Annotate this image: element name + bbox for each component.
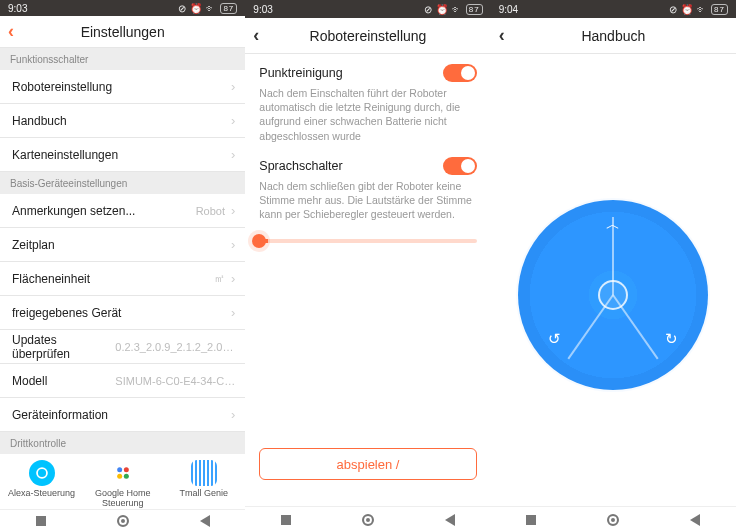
chevron-right-icon: ›	[231, 147, 235, 162]
slider-thumb-icon[interactable]	[252, 234, 266, 248]
spot-cleaning-label: Punktreinigung	[259, 66, 342, 80]
thirdparty-google-home[interactable]: Google Home Steuerung	[85, 460, 160, 508]
chevron-right-icon: ›	[231, 113, 235, 128]
alarm-icon: ⏰	[436, 4, 449, 15]
status-time: 9:03	[8, 3, 27, 14]
wifi-icon: ᯤ	[206, 3, 217, 14]
battery-icon: 87	[466, 4, 483, 15]
chevron-right-icon: ›	[231, 271, 235, 286]
battery-icon: 87	[220, 3, 237, 14]
wifi-icon: ᯤ	[697, 4, 708, 15]
thirdparty-tmall[interactable]: Tmall Genie	[166, 460, 241, 508]
thirdparty-alexa[interactable]: Alexa-Steuerung	[4, 460, 79, 508]
status-bar: 9:04 ⊘ ⏰ ᯤ 87	[491, 0, 736, 18]
back-button[interactable]: ‹	[499, 18, 505, 53]
svg-point-2	[117, 467, 122, 472]
nav-home-icon[interactable]	[607, 514, 619, 526]
nav-recents-icon[interactable]	[281, 515, 291, 525]
section-third: Drittkontrolle	[0, 432, 245, 454]
status-bar: 9:03 ⊘ ⏰ ᯤ 87	[0, 0, 245, 16]
screen-robot-settings: 9:03 ⊘ ⏰ ᯤ 87 ‹ Robotereinstellung Punkt…	[245, 0, 490, 532]
play-button[interactable]: abspielen /	[259, 448, 476, 480]
android-navbar	[491, 506, 736, 532]
joystick-rotate-left-icon[interactable]: ↺	[548, 330, 561, 348]
volume-slider[interactable]	[259, 239, 476, 243]
section-func: Funktionsschalter	[0, 48, 245, 70]
alarm-icon: ⏰	[681, 4, 694, 15]
row-shared-device[interactable]: freigegebenes Gerät ›	[0, 296, 245, 330]
google-home-icon	[110, 460, 136, 486]
status-time: 9:03	[253, 4, 272, 15]
header: ‹ Einstellungen	[0, 16, 245, 48]
voice-switch-desc: Nach dem schließen gibt der Roboter kein…	[259, 179, 476, 222]
nav-recents-icon[interactable]	[526, 515, 536, 525]
voice-switch-label: Sprachschalter	[259, 159, 342, 173]
nav-back-icon[interactable]	[690, 514, 700, 526]
chevron-right-icon: ›	[231, 407, 235, 422]
nav-home-icon[interactable]	[362, 514, 374, 526]
row-device-info[interactable]: Geräteinformation ›	[0, 398, 245, 432]
nav-back-icon[interactable]	[445, 514, 455, 526]
dnd-icon: ⊘	[669, 4, 678, 15]
status-bar: 9:03 ⊘ ⏰ ᯤ 87	[245, 0, 490, 18]
row-model[interactable]: Modell SIMUM-6-C0-E4-34-C3-B4-DB	[0, 364, 245, 398]
nav-recents-icon[interactable]	[36, 516, 46, 526]
page-title: Robotereinstellung	[310, 28, 427, 44]
row-manual[interactable]: Handbuch ›	[0, 104, 245, 138]
android-navbar	[245, 506, 490, 532]
page-title: Handbuch	[581, 28, 645, 44]
chevron-right-icon: ›	[231, 79, 235, 94]
spot-cleaning-toggle[interactable]	[443, 64, 477, 82]
back-button[interactable]: ‹	[8, 16, 14, 47]
screen-settings: 9:03 ⊘ ⏰ ᯤ 87 ‹ Einstellungen Funktionss…	[0, 0, 245, 532]
joystick-center-icon[interactable]	[598, 280, 628, 310]
joystick-up-icon[interactable]: ︿	[606, 216, 620, 234]
svg-point-3	[123, 467, 128, 472]
voice-switch-toggle[interactable]	[443, 157, 477, 175]
header: ‹ Handbuch	[491, 18, 736, 54]
nav-back-icon[interactable]	[200, 515, 210, 527]
row-updates[interactable]: Updates überprüfen 0.2.3_2.0.9_2.1.2_2.0…	[0, 330, 245, 364]
section-basis: Basis-Geräteeinstellungen	[0, 172, 245, 194]
spot-cleaning-desc: Nach dem Einschalten führt der Roboter a…	[259, 86, 476, 143]
tmall-genie-icon	[191, 460, 217, 486]
alexa-icon	[29, 460, 55, 486]
android-navbar	[0, 509, 245, 532]
svg-point-4	[117, 474, 122, 479]
svg-point-1	[37, 469, 45, 477]
screen-manual: 9:04 ⊘ ⏰ ᯤ 87 ‹ Handbuch ︿ ↺ ↻	[491, 0, 736, 532]
wifi-icon: ᯤ	[452, 4, 463, 15]
nav-home-icon[interactable]	[117, 515, 129, 527]
svg-point-5	[123, 474, 128, 479]
chevron-right-icon: ›	[231, 237, 235, 252]
chevron-right-icon: ›	[231, 203, 235, 218]
page-title: Einstellungen	[81, 24, 165, 40]
joystick-rotate-right-icon[interactable]: ↻	[665, 330, 678, 348]
row-map-settings[interactable]: Karteneinstellungen ›	[0, 138, 245, 172]
row-robot-settings[interactable]: Robotereinstellung ›	[0, 70, 245, 104]
row-remarks[interactable]: Anmerkungen setzen... Robot ›	[0, 194, 245, 228]
back-button[interactable]: ‹	[253, 18, 259, 53]
status-time: 9:04	[499, 4, 518, 15]
direction-joystick[interactable]: ︿ ↺ ↻	[518, 200, 708, 390]
row-area-unit[interactable]: Flächeneinheit ㎡ ›	[0, 262, 245, 296]
battery-icon: 87	[711, 4, 728, 15]
chevron-right-icon: ›	[231, 305, 235, 320]
header: ‹ Robotereinstellung	[245, 18, 490, 54]
row-schedule[interactable]: Zeitplan ›	[0, 228, 245, 262]
dnd-icon: ⊘	[424, 4, 433, 15]
alarm-icon: ⏰	[190, 3, 203, 14]
dnd-icon: ⊘	[178, 3, 187, 14]
